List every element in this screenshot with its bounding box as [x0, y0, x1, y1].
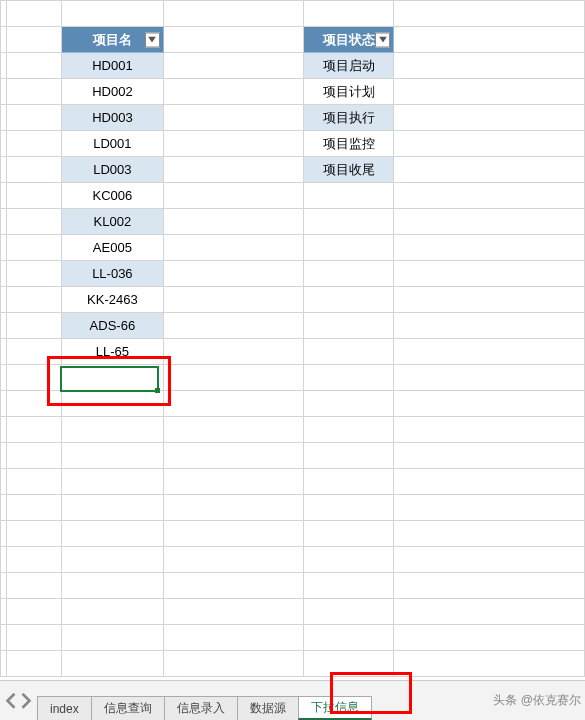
- cell[interactable]: [394, 261, 585, 287]
- project-name-cell[interactable]: AE005: [62, 235, 163, 261]
- sheet-tab-entry[interactable]: 信息录入: [164, 696, 238, 720]
- cell[interactable]: [394, 625, 585, 651]
- cell[interactable]: [304, 339, 394, 365]
- cell[interactable]: [394, 287, 585, 313]
- sheet-tab-source[interactable]: 数据源: [237, 696, 299, 720]
- cell[interactable]: [394, 313, 585, 339]
- cell[interactable]: [62, 521, 163, 547]
- header-project-name[interactable]: 项目名: [62, 27, 163, 53]
- cell[interactable]: [163, 105, 303, 131]
- cell[interactable]: [304, 443, 394, 469]
- cell[interactable]: [394, 365, 585, 391]
- cell[interactable]: [304, 417, 394, 443]
- project-name-cell[interactable]: LL-036: [62, 261, 163, 287]
- cell[interactable]: [394, 1, 585, 27]
- project-name-cell[interactable]: KL002: [62, 209, 163, 235]
- cell[interactable]: [7, 469, 62, 495]
- cell[interactable]: [7, 417, 62, 443]
- project-status-cell[interactable]: 项目启动: [304, 53, 394, 79]
- cell[interactable]: [7, 131, 62, 157]
- nav-next-icon[interactable]: [19, 691, 33, 711]
- cell[interactable]: [163, 183, 303, 209]
- nav-prev-icon[interactable]: [4, 691, 18, 711]
- project-name-cell[interactable]: ADS-66: [62, 313, 163, 339]
- project-status-cell[interactable]: 项目执行: [304, 105, 394, 131]
- cell[interactable]: [163, 1, 303, 27]
- cell[interactable]: [62, 495, 163, 521]
- cell[interactable]: [62, 443, 163, 469]
- cell[interactable]: [62, 573, 163, 599]
- spreadsheet-grid[interactable]: 项目名项目状态HD001项目启动HD002项目计划HD003项目执行LD001项…: [0, 0, 585, 680]
- cell[interactable]: [304, 313, 394, 339]
- cell[interactable]: [394, 391, 585, 417]
- cell[interactable]: [7, 625, 62, 651]
- cell[interactable]: [394, 495, 585, 521]
- header-project-status[interactable]: 项目状态: [304, 27, 394, 53]
- sheet-tab-dropdown[interactable]: 下拉信息: [298, 696, 372, 720]
- cell[interactable]: [163, 235, 303, 261]
- cell[interactable]: [7, 521, 62, 547]
- cell[interactable]: [163, 365, 303, 391]
- cell[interactable]: [7, 261, 62, 287]
- cell[interactable]: [62, 469, 163, 495]
- cell[interactable]: [394, 53, 585, 79]
- cell[interactable]: [7, 287, 62, 313]
- cell[interactable]: [394, 547, 585, 573]
- cell[interactable]: [304, 287, 394, 313]
- sheet-tab-query[interactable]: 信息查询: [91, 696, 165, 720]
- cell[interactable]: [163, 131, 303, 157]
- cell[interactable]: [62, 599, 163, 625]
- cell[interactable]: [304, 209, 394, 235]
- cell[interactable]: [163, 391, 303, 417]
- cell[interactable]: [304, 625, 394, 651]
- project-name-cell[interactable]: LD001: [62, 131, 163, 157]
- cell[interactable]: [62, 547, 163, 573]
- cell[interactable]: [7, 339, 62, 365]
- cell[interactable]: [62, 391, 163, 417]
- cell[interactable]: [304, 391, 394, 417]
- cell[interactable]: [163, 521, 303, 547]
- cell[interactable]: [304, 365, 394, 391]
- cell[interactable]: [7, 1, 62, 27]
- project-status-cell[interactable]: 项目计划: [304, 79, 394, 105]
- cell[interactable]: [394, 339, 585, 365]
- cell[interactable]: [7, 547, 62, 573]
- cell[interactable]: [304, 469, 394, 495]
- cell[interactable]: [62, 417, 163, 443]
- cell[interactable]: [394, 105, 585, 131]
- cell[interactable]: [7, 183, 62, 209]
- cell[interactable]: [7, 105, 62, 131]
- cell[interactable]: [7, 443, 62, 469]
- cell[interactable]: [62, 1, 163, 27]
- cell[interactable]: [7, 157, 62, 183]
- cell[interactable]: [163, 339, 303, 365]
- cell[interactable]: [7, 573, 62, 599]
- cell[interactable]: [304, 261, 394, 287]
- cell[interactable]: [163, 573, 303, 599]
- filter-dropdown-icon[interactable]: [145, 32, 160, 47]
- cell[interactable]: [163, 209, 303, 235]
- cell[interactable]: [394, 209, 585, 235]
- cell[interactable]: [163, 79, 303, 105]
- cell[interactable]: [394, 651, 585, 677]
- cell[interactable]: [163, 313, 303, 339]
- project-status-cell[interactable]: 项目监控: [304, 131, 394, 157]
- cell[interactable]: [163, 53, 303, 79]
- cell[interactable]: [394, 183, 585, 209]
- cell[interactable]: [304, 183, 394, 209]
- cell[interactable]: [394, 443, 585, 469]
- cell[interactable]: [7, 235, 62, 261]
- cell[interactable]: [163, 157, 303, 183]
- cell[interactable]: [7, 391, 62, 417]
- cell[interactable]: [163, 261, 303, 287]
- cell[interactable]: [394, 573, 585, 599]
- cell[interactable]: [163, 625, 303, 651]
- cell[interactable]: [7, 313, 62, 339]
- cell[interactable]: [163, 495, 303, 521]
- cell[interactable]: [7, 365, 62, 391]
- cell[interactable]: [394, 469, 585, 495]
- cell[interactable]: [304, 651, 394, 677]
- cell[interactable]: [7, 651, 62, 677]
- cell[interactable]: [304, 573, 394, 599]
- cell[interactable]: [62, 625, 163, 651]
